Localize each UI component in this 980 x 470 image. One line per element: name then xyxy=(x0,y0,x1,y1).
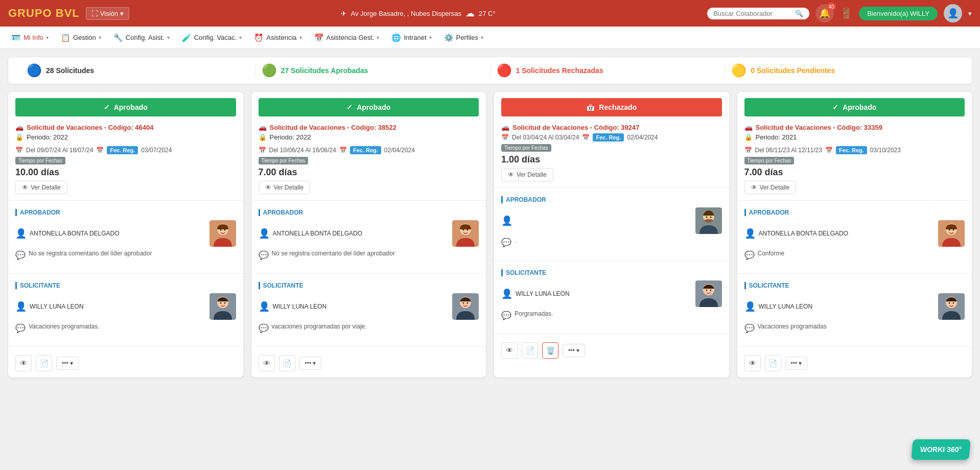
file-action-button-0[interactable]: 📄 xyxy=(36,355,52,371)
dias-text-1: 7.00 días xyxy=(259,167,479,178)
status-label-0: Aprobado xyxy=(114,103,148,111)
file-action-button-2[interactable]: 📄 xyxy=(522,342,538,359)
welcome-button[interactable]: Bienvenido(a) WILLY xyxy=(859,7,938,20)
approver-avatar-0 xyxy=(209,220,236,247)
eye-action-button-2[interactable]: 👁 xyxy=(501,342,518,359)
temperature-text: 27 C° xyxy=(479,10,496,17)
nav-item-config-asist[interactable]: 🔧 Config. Asist. ▾ xyxy=(108,29,175,46)
approver-name-1: ANTONELLA BONTA DELGADO xyxy=(273,230,363,237)
more-action-button-1[interactable]: ••• ▾ xyxy=(299,357,322,370)
solicitante-label-0: SOLICITANTE xyxy=(15,282,236,289)
approver-comment-row-3: 💬 Conforme xyxy=(744,250,965,260)
stat-solicitudes: 🔵 28 Solicitudes xyxy=(20,63,255,78)
notifications-button[interactable]: 🔔 40 xyxy=(815,4,834,22)
periodo-3: 🔒 Periodo: 2021 xyxy=(744,133,965,141)
asistencia-gest-chevron: ▾ xyxy=(377,35,379,40)
divider3-2 xyxy=(494,334,729,334)
lock-icon-1: 🔒 xyxy=(259,133,267,141)
more-action-button-0[interactable]: ••• ▾ xyxy=(56,357,79,370)
status-button-1[interactable]: ✓ Aprobado xyxy=(259,98,479,116)
dias-text-3: 7.00 días xyxy=(744,167,965,178)
user-avatar[interactable]: 👤 xyxy=(944,4,962,22)
solicitante-name-0: WILLY LUNA LEON xyxy=(30,303,84,310)
divider2-0 xyxy=(8,273,243,274)
ver-detalle-button-0[interactable]: 👁 Ver Detalle xyxy=(15,181,67,194)
status-label-2: Rechazado xyxy=(599,103,637,111)
status-button-2[interactable]: 📅 Rechazado xyxy=(501,98,722,116)
solicitud-title-3: 🚗 Solicitud de Vacaciones - Código: 3335… xyxy=(744,124,965,131)
action-btns-0: 👁 📄 ••• ▾ xyxy=(8,351,243,371)
approver-avatar-3 xyxy=(938,220,965,247)
divider1-3 xyxy=(737,200,972,201)
file-action-button-1[interactable]: 📄 xyxy=(279,355,295,371)
asistencia-gest-icon: 📅 xyxy=(314,33,324,42)
weather-icon: ☁ xyxy=(465,8,475,19)
approver-person-icon-1: 👤 xyxy=(259,228,270,239)
date-row-2: 📅 Del 03/04/24 Al 03/04/24 📅 Fec. Reg. 0… xyxy=(501,133,722,142)
eye-action-button-1[interactable]: 👁 xyxy=(259,355,275,371)
stat-rechazadas: 🔴 1 Solicitudes Rechazadas xyxy=(491,63,726,78)
approver-comment-0: No se registra comentario del líder apro… xyxy=(29,250,152,257)
stat-pendientes: 🟡 0 Solicitudes Pendientes xyxy=(725,63,960,78)
logout-button[interactable]: 🚪 xyxy=(840,7,853,19)
svg-point-9 xyxy=(224,302,225,304)
nav-item-gestion[interactable]: 📋 Gestión ▾ xyxy=(56,29,106,46)
location-icon: ✈ xyxy=(341,10,346,17)
nav-item-mi-info[interactable]: 🪪 Mi Info ▾ xyxy=(6,29,54,46)
eye-action-button-3[interactable]: 👁 xyxy=(744,355,761,371)
solicitante-person-icon-2: 👤 xyxy=(501,288,512,299)
aprobadas-icon: 🟢 xyxy=(262,63,277,78)
more-action-button-2[interactable]: ••• ▾ xyxy=(563,344,585,357)
expand-icon: ⛶ xyxy=(91,10,98,17)
asistencia-icon: ⏰ xyxy=(254,33,264,42)
more-action-button-3[interactable]: ••• ▾ xyxy=(785,357,808,370)
vision-button[interactable]: ⛶ Visión ▾ xyxy=(86,7,129,20)
solicitante-avatar-2 xyxy=(695,280,722,307)
solicitante-comment-1: vacaciones programadas por viaje. xyxy=(272,323,367,330)
solicitante-section-0: SOLICITANTE 👤 WILLY LUNA LEON 💬 V xyxy=(8,278,243,342)
solicitante-comment-icon-2: 💬 xyxy=(501,311,511,320)
approver-info-2: 👤 xyxy=(501,215,516,226)
solicitante-row-1: 👤 WILLY LUNA LEON xyxy=(259,293,479,320)
file-action-button-3[interactable]: 📄 xyxy=(765,355,781,371)
status-button-0[interactable]: ✓ Aprobado xyxy=(15,98,236,116)
perfiles-chevron: ▾ xyxy=(481,35,483,40)
search-bar[interactable]: 🔍 xyxy=(707,8,809,19)
tiempo-badge-0: Tiempo por Fechas xyxy=(15,157,65,165)
more-chevron-icon-0: ▾ xyxy=(70,360,73,367)
dias-text-2: 1.00 días xyxy=(501,154,722,165)
delete-action-button-2[interactable]: 🗑️ xyxy=(542,342,558,359)
solicitante-info-3: 👤 WILLY LUNA LEON xyxy=(744,301,813,312)
aprobadas-text: 27 Solicitudes Aprobadas xyxy=(281,66,368,75)
ver-detalle-button-1[interactable]: 👁 Ver Detalle xyxy=(259,181,311,194)
solicitud-title-0: 🚗 Solicitud de Vacaciones - Código: 4640… xyxy=(15,124,236,131)
solicitante-avatar-0 xyxy=(209,293,236,320)
status-check-icon-2: 📅 xyxy=(586,103,595,111)
nav-item-asistencia[interactable]: ⏰ Asistencia ▾ xyxy=(249,29,307,46)
ver-detalle-button-3[interactable]: 👁 Ver Detalle xyxy=(744,181,797,194)
approver-comment-row-0: 💬 No se registra comentario del líder ap… xyxy=(15,250,236,260)
solicitante-row-2: 👤 WILLY LUNA LEON xyxy=(501,280,722,307)
ver-detalle-button-2[interactable]: 👁 Ver Detalle xyxy=(501,168,553,181)
top-bar: GRUPO BVL ⛶ Visión ▾ ✈ Av Jorge Basadre,… xyxy=(0,0,980,27)
eye-action-button-0[interactable]: 👁 xyxy=(15,355,32,371)
svg-point-38 xyxy=(949,302,950,304)
nav-item-perfiles[interactable]: ⚙️ Perfiles ▾ xyxy=(439,29,488,46)
status-button-3[interactable]: ✓ Aprobado xyxy=(744,98,965,116)
nav-item-asistencia-gest[interactable]: 📅 Asistencia Gest. ▾ xyxy=(309,29,385,46)
svg-point-39 xyxy=(953,302,954,304)
user-chevron[interactable]: ▾ xyxy=(968,10,972,17)
main-content: 🔵 28 Solicitudes 🟢 27 Solicitudes Aproba… xyxy=(0,49,980,386)
nav-item-config-vacac[interactable]: 🧪 Config. Vacac. ▾ xyxy=(177,29,247,46)
calendar-icon-3: 📅 xyxy=(744,147,752,154)
solicitante-label-3: SOLICITANTE xyxy=(744,282,965,289)
nav-item-intranet[interactable]: 🌐 Intranet ▾ xyxy=(386,29,436,46)
approver-row-3: 👤 ANTONELLA BONTA DELGADO xyxy=(744,220,965,247)
svg-point-28 xyxy=(706,290,707,291)
solicitante-comment-0: Vacaciones programadas. xyxy=(29,323,100,330)
more-dots-icon-0: ••• xyxy=(62,360,68,367)
divider3-0 xyxy=(8,346,243,347)
solicitante-section-2: SOLICITANTE 👤 WILLY LUNA LEON 💬 P xyxy=(494,265,729,330)
search-input[interactable] xyxy=(713,10,792,17)
solicitante-comment-icon-3: 💬 xyxy=(744,323,755,333)
